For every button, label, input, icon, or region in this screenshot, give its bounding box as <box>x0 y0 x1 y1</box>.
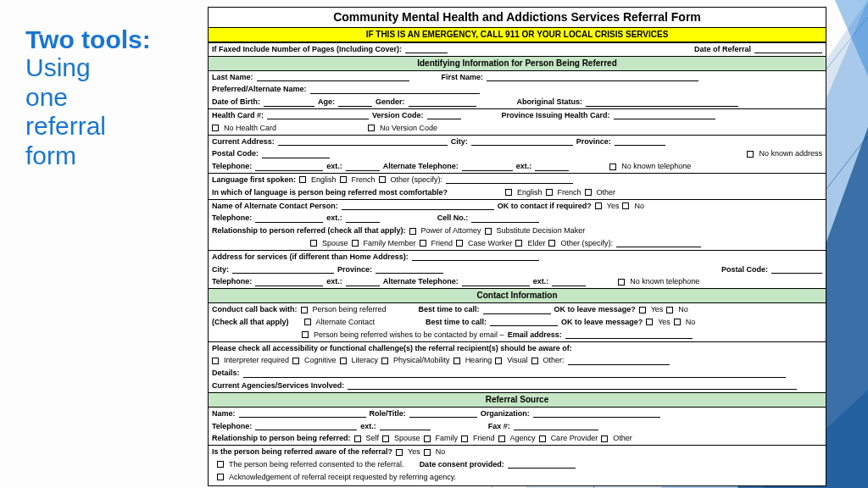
no-tele2-checkbox[interactable] <box>618 279 625 286</box>
dob-row: Date of Birth: Age: Gender: Aboriginal S… <box>209 96 826 108</box>
address-label: Current Address: <box>212 137 275 147</box>
last-name-label: Last Name: <box>212 73 253 82</box>
pref-name-label: Preferred/Alternate Name: <box>212 85 307 94</box>
callback2-row: (Check all that apply) Alternate Contact… <box>209 316 826 329</box>
other-acc-checkbox[interactable] <box>531 358 538 364</box>
ack-checkbox[interactable] <box>217 474 224 480</box>
family-m-checkbox[interactable] <box>352 240 359 247</box>
french-checkbox[interactable] <box>340 176 347 183</box>
src-tele-row: Telephone: ext.: Fax #: <box>209 420 826 433</box>
version-label: Version Code: <box>372 111 424 120</box>
spouse2-checkbox[interactable] <box>382 435 389 442</box>
dob-label: Date of Birth: <box>212 97 260 107</box>
family2-checkbox[interactable] <box>424 435 431 442</box>
serv-addr-label: Address for services (if different than … <box>212 252 409 262</box>
friend2-checkbox[interactable] <box>461 435 468 442</box>
lit-checkbox[interactable] <box>340 358 347 364</box>
other-src-checkbox[interactable] <box>601 435 608 442</box>
ext2-label: ext.: <box>516 162 532 171</box>
city-label: City: <box>451 137 468 147</box>
friend-checkbox[interactable] <box>420 240 426 247</box>
alt-tele2-label: Alternate Telephone: <box>383 277 459 286</box>
aware-no-label: No <box>436 447 446 457</box>
person-ref-label: Person being referred <box>313 305 387 314</box>
lang-comf-label: In which of language is person being ref… <box>212 188 448 197</box>
no-health-label: No Health Card <box>224 124 276 133</box>
person-ref-checkbox[interactable] <box>301 307 308 313</box>
english2-checkbox[interactable] <box>505 189 512 196</box>
aboriginal-label: Aboriginal Status: <box>517 97 583 107</box>
agency-label: Agency <box>510 434 536 443</box>
sdm-checkbox[interactable] <box>485 228 492 235</box>
relation-label: Relationship to person referred (check a… <box>212 226 406 236</box>
agency-checkbox[interactable] <box>498 435 505 442</box>
alt-c-checkbox[interactable] <box>304 319 311 325</box>
date-referral-label: Date of Referral <box>694 45 751 54</box>
slide-title-rest: Using one referral form <box>25 53 203 170</box>
elder-checkbox[interactable] <box>515 240 522 247</box>
other-rel-checkbox[interactable] <box>548 240 555 247</box>
email-pref-checkbox[interactable] <box>302 331 309 338</box>
msg-no-checkbox[interactable] <box>666 307 673 313</box>
vis-label: Visual <box>507 356 527 365</box>
msg-yes2-checkbox[interactable] <box>646 319 653 325</box>
spouse-checkbox[interactable] <box>310 240 317 247</box>
ok-yes-checkbox[interactable] <box>595 202 602 209</box>
alt-contact-row: Name of Alternate Contact Person: OK to … <box>209 199 826 213</box>
ok-no-checkbox[interactable] <box>622 202 629 209</box>
french2-checkbox[interactable] <box>546 189 553 196</box>
pref-name-row: Preferred/Alternate Name: <box>209 83 826 96</box>
care-checkbox[interactable] <box>539 435 546 442</box>
other2-label: Other <box>597 188 616 197</box>
fax-row: If Faxed Include Number of Pages (Includ… <box>209 42 826 56</box>
emergency-banner: IF THIS IS AN EMERGENCY, CALL 911 OR YOU… <box>209 27 826 42</box>
lang-row: Language first spoken: English French Ot… <box>209 173 826 186</box>
cell-label: Cell No.: <box>437 214 469 223</box>
phys-checkbox[interactable] <box>381 358 388 364</box>
no-card-row: No Health Card No Version Code <box>209 122 826 135</box>
ext6-label: ext.: <box>360 422 376 431</box>
msg-yes-checkbox[interactable] <box>639 307 646 313</box>
self-checkbox[interactable] <box>354 435 361 442</box>
access-opts-row: Interpreter required Cognitive Literacy … <box>209 354 826 367</box>
casew-checkbox[interactable] <box>456 240 463 247</box>
english-checkbox[interactable] <box>299 176 306 183</box>
poa-checkbox[interactable] <box>409 228 416 235</box>
agencies-row: Current Agencies/Services Involved: <box>209 380 826 392</box>
tele3-label: Telephone: <box>212 277 252 286</box>
vis-checkbox[interactable] <box>495 358 502 364</box>
fax-label2: Fax #: <box>488 422 510 431</box>
interp-checkbox[interactable] <box>212 358 219 364</box>
hear-label: Hearing <box>465 356 492 365</box>
no-version-checkbox[interactable] <box>368 125 375 131</box>
aware-yes-checkbox[interactable] <box>396 449 403 456</box>
rel-being-label: Relationship to person being referred: <box>212 434 351 443</box>
lang-comf-row: In which of language is person being ref… <box>209 186 826 199</box>
no-tele-checkbox[interactable] <box>609 164 616 170</box>
name-row: Last Name: First Name: <box>209 70 826 84</box>
spouse2-label: Spouse <box>394 434 420 443</box>
hear-checkbox[interactable] <box>453 358 460 364</box>
other-lang-checkbox[interactable] <box>379 176 386 183</box>
consent-checkbox[interactable] <box>217 461 224 468</box>
ok-yes-label: Yes <box>607 202 620 211</box>
other2-checkbox[interactable] <box>585 189 592 196</box>
cog-checkbox[interactable] <box>292 358 299 364</box>
french2-label: French <box>558 188 581 197</box>
date-consent-label: Date consent provided: <box>420 460 504 469</box>
no-health-checkbox[interactable] <box>212 125 219 131</box>
aware-yes-label: Yes <box>408 447 420 457</box>
access-row: Please check all accessibility or functi… <box>209 341 826 355</box>
aware-no-checkbox[interactable] <box>424 449 431 456</box>
rel-being-row: Relationship to person being referred: S… <box>209 432 826 445</box>
msg-no2-checkbox[interactable] <box>674 319 681 325</box>
no-address-checkbox[interactable] <box>747 151 754 158</box>
ack-row: Acknowledgement of referral receipt requ… <box>209 471 826 485</box>
other-rel-label: Other (specify): <box>560 239 613 248</box>
gender-label: Gender: <box>376 97 405 107</box>
callback-row: Conduct call back with: Person being ref… <box>209 302 826 316</box>
org-label: Organization: <box>481 409 530 419</box>
ack-label: Acknowledgement of referral receipt requ… <box>229 473 456 482</box>
ext-label: ext.: <box>326 162 342 171</box>
callback-label: Conduct call back with: <box>212 305 298 314</box>
